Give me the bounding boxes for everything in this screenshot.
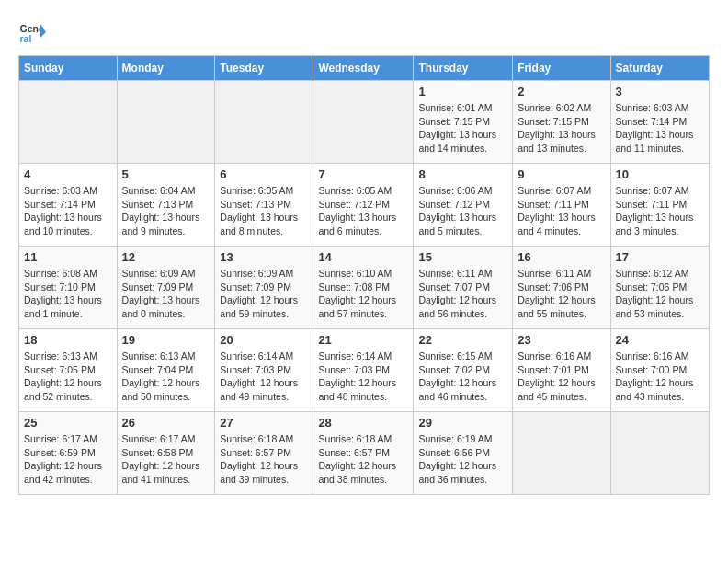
day-info: Sunrise: 6:18 AM Sunset: 6:57 PM Dayligh… [220, 432, 308, 487]
day-info: Sunrise: 6:13 AM Sunset: 7:05 PM Dayligh… [24, 350, 112, 404]
day-number: 19 [122, 333, 210, 347]
day-number: 13 [220, 250, 308, 264]
header-sunday: Sunday [19, 56, 118, 81]
day-number: 22 [418, 333, 507, 347]
day-info: Sunrise: 6:01 AM Sunset: 7:15 PM Dayligh… [418, 101, 507, 155]
day-info: Sunrise: 6:03 AM Sunset: 7:14 PM Dayligh… [616, 101, 705, 155]
calendar-cell: 4Sunrise: 6:03 AM Sunset: 7:14 PM Daylig… [19, 164, 118, 247]
calendar-cell: 22Sunrise: 6:15 AM Sunset: 7:02 PM Dayli… [414, 329, 513, 412]
svg-text:ral: ral [20, 33, 32, 44]
calendar-cell: 20Sunrise: 6:14 AM Sunset: 7:03 PM Dayli… [215, 329, 313, 412]
calendar-cell: 18Sunrise: 6:13 AM Sunset: 7:05 PM Dayli… [19, 329, 118, 412]
day-info: Sunrise: 6:07 AM Sunset: 7:11 PM Dayligh… [616, 184, 705, 238]
calendar-cell: 14Sunrise: 6:10 AM Sunset: 7:08 PM Dayli… [313, 247, 414, 329]
day-info: Sunrise: 6:17 AM Sunset: 6:58 PM Dayligh… [122, 432, 210, 487]
calendar-cell: 17Sunrise: 6:12 AM Sunset: 7:06 PM Dayli… [610, 247, 710, 329]
calendar-cell: 16Sunrise: 6:11 AM Sunset: 7:06 PM Dayli… [513, 247, 610, 329]
day-info: Sunrise: 6:10 AM Sunset: 7:08 PM Dayligh… [318, 267, 408, 321]
header-tuesday: Tuesday [215, 56, 313, 81]
calendar-cell: 2Sunrise: 6:02 AM Sunset: 7:15 PM Daylig… [513, 81, 610, 164]
day-number: 10 [616, 167, 705, 181]
calendar-cell: 29Sunrise: 6:19 AM Sunset: 6:56 PM Dayli… [414, 412, 513, 495]
day-number: 11 [24, 250, 112, 264]
week-row-3: 11Sunrise: 6:08 AM Sunset: 7:10 PM Dayli… [19, 247, 710, 329]
week-row-2: 4Sunrise: 6:03 AM Sunset: 7:14 PM Daylig… [19, 164, 710, 247]
day-number: 24 [616, 333, 705, 347]
day-info: Sunrise: 6:11 AM Sunset: 7:06 PM Dayligh… [518, 267, 605, 321]
logo-icon: Gene ral [18, 18, 46, 46]
day-number: 5 [122, 167, 210, 181]
calendar-cell: 7Sunrise: 6:05 AM Sunset: 7:12 PM Daylig… [313, 164, 414, 247]
day-info: Sunrise: 6:02 AM Sunset: 7:15 PM Dayligh… [518, 101, 605, 155]
day-number: 2 [518, 85, 605, 98]
calendar-cell: 1Sunrise: 6:01 AM Sunset: 7:15 PM Daylig… [414, 81, 513, 164]
day-info: Sunrise: 6:03 AM Sunset: 7:14 PM Dayligh… [24, 184, 112, 238]
calendar-cell [513, 412, 610, 495]
day-info: Sunrise: 6:17 AM Sunset: 6:59 PM Dayligh… [24, 432, 112, 487]
calendar-cell: 8Sunrise: 6:06 AM Sunset: 7:12 PM Daylig… [414, 164, 513, 247]
calendar-cell [610, 412, 710, 495]
calendar-cell: 3Sunrise: 6:03 AM Sunset: 7:14 PM Daylig… [610, 81, 710, 164]
day-number: 6 [220, 167, 308, 181]
header-wednesday: Wednesday [313, 56, 414, 81]
calendar-cell: 10Sunrise: 6:07 AM Sunset: 7:11 PM Dayli… [610, 164, 710, 247]
day-info: Sunrise: 6:16 AM Sunset: 7:01 PM Dayligh… [518, 350, 605, 404]
calendar-cell [19, 81, 118, 164]
day-number: 29 [418, 416, 507, 430]
day-info: Sunrise: 6:14 AM Sunset: 7:03 PM Dayligh… [220, 350, 308, 404]
calendar-cell: 13Sunrise: 6:09 AM Sunset: 7:09 PM Dayli… [215, 247, 313, 329]
day-info: Sunrise: 6:14 AM Sunset: 7:03 PM Dayligh… [318, 350, 408, 404]
day-info: Sunrise: 6:09 AM Sunset: 7:09 PM Dayligh… [122, 267, 210, 321]
calendar-table: SundayMondayTuesdayWednesdayThursdayFrid… [18, 55, 710, 495]
calendar-cell: 23Sunrise: 6:16 AM Sunset: 7:01 PM Dayli… [513, 329, 610, 412]
calendar-cell: 11Sunrise: 6:08 AM Sunset: 7:10 PM Dayli… [19, 247, 118, 329]
day-number: 7 [318, 167, 408, 181]
header-monday: Monday [117, 56, 215, 81]
calendar-cell: 9Sunrise: 6:07 AM Sunset: 7:11 PM Daylig… [513, 164, 610, 247]
calendar-cell: 6Sunrise: 6:05 AM Sunset: 7:13 PM Daylig… [215, 164, 313, 247]
header-thursday: Thursday [414, 56, 513, 81]
day-number: 9 [518, 167, 605, 181]
day-number: 21 [318, 333, 408, 347]
calendar-cell [117, 81, 215, 164]
day-info: Sunrise: 6:09 AM Sunset: 7:09 PM Dayligh… [220, 267, 308, 321]
calendar-cell: 28Sunrise: 6:18 AM Sunset: 6:57 PM Dayli… [313, 412, 414, 495]
calendar-cell [215, 81, 313, 164]
day-number: 25 [24, 416, 112, 430]
week-row-5: 25Sunrise: 6:17 AM Sunset: 6:59 PM Dayli… [19, 412, 710, 495]
calendar-cell: 21Sunrise: 6:14 AM Sunset: 7:03 PM Dayli… [313, 329, 414, 412]
day-number: 26 [122, 416, 210, 430]
day-info: Sunrise: 6:12 AM Sunset: 7:06 PM Dayligh… [616, 267, 705, 321]
header-saturday: Saturday [610, 56, 710, 81]
day-info: Sunrise: 6:11 AM Sunset: 7:07 PM Dayligh… [418, 267, 507, 321]
day-number: 17 [616, 250, 705, 264]
week-row-1: 1Sunrise: 6:01 AM Sunset: 7:15 PM Daylig… [19, 81, 710, 164]
day-number: 28 [318, 416, 408, 430]
day-number: 12 [122, 250, 210, 264]
calendar-cell [313, 81, 414, 164]
week-row-4: 18Sunrise: 6:13 AM Sunset: 7:05 PM Dayli… [19, 329, 710, 412]
day-number: 18 [24, 333, 112, 347]
day-number: 15 [418, 250, 507, 264]
logo: Gene ral [18, 18, 50, 46]
day-number: 14 [318, 250, 408, 264]
day-info: Sunrise: 6:16 AM Sunset: 7:00 PM Dayligh… [616, 350, 705, 404]
day-number: 23 [518, 333, 605, 347]
calendar-cell: 15Sunrise: 6:11 AM Sunset: 7:07 PM Dayli… [414, 247, 513, 329]
day-number: 1 [418, 85, 507, 98]
day-number: 4 [24, 167, 112, 181]
calendar-cell: 25Sunrise: 6:17 AM Sunset: 6:59 PM Dayli… [19, 412, 118, 495]
day-number: 27 [220, 416, 308, 430]
day-info: Sunrise: 6:13 AM Sunset: 7:04 PM Dayligh… [122, 350, 210, 404]
header-friday: Friday [513, 56, 610, 81]
day-number: 20 [220, 333, 308, 347]
day-info: Sunrise: 6:08 AM Sunset: 7:10 PM Dayligh… [24, 267, 112, 321]
calendar-cell: 24Sunrise: 6:16 AM Sunset: 7:00 PM Dayli… [610, 329, 710, 412]
calendar-cell: 19Sunrise: 6:13 AM Sunset: 7:04 PM Dayli… [117, 329, 215, 412]
calendar-cell: 12Sunrise: 6:09 AM Sunset: 7:09 PM Dayli… [117, 247, 215, 329]
calendar-header-row: SundayMondayTuesdayWednesdayThursdayFrid… [19, 56, 710, 81]
day-number: 8 [418, 167, 507, 181]
day-info: Sunrise: 6:06 AM Sunset: 7:12 PM Dayligh… [418, 184, 507, 238]
day-info: Sunrise: 6:04 AM Sunset: 7:13 PM Dayligh… [122, 184, 210, 238]
day-info: Sunrise: 6:19 AM Sunset: 6:56 PM Dayligh… [418, 432, 507, 487]
